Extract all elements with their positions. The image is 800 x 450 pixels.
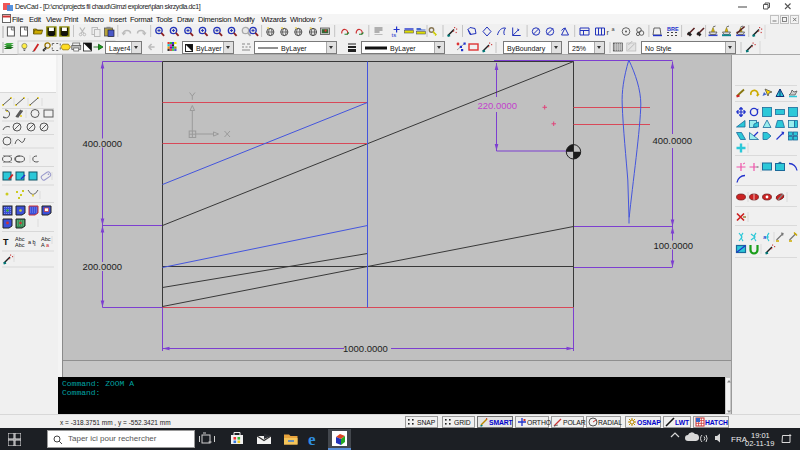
svg-text:a: a: [612, 26, 616, 32]
svg-text:BRE: BRE: [667, 26, 679, 32]
svg-text:200.0000: 200.0000: [83, 261, 123, 272]
svg-text:Abc: Abc: [15, 242, 25, 248]
svg-text:e: e: [308, 430, 316, 449]
svg-text:A: A: [41, 242, 45, 248]
svg-text:r: r: [607, 28, 610, 37]
svg-text:400.0000: 400.0000: [653, 135, 693, 146]
svg-text:400.0000: 400.0000: [83, 138, 123, 149]
svg-text:ts: ts: [392, 32, 397, 38]
svg-text:220.0000: 220.0000: [478, 100, 518, 111]
svg-text:c: c: [34, 242, 36, 247]
svg-text:100.0000: 100.0000: [654, 240, 694, 251]
svg-text:T: T: [3, 237, 9, 247]
svg-text:1000.0000: 1000.0000: [343, 343, 388, 354]
svg-text:02-11-19: 02-11-19: [745, 439, 774, 448]
